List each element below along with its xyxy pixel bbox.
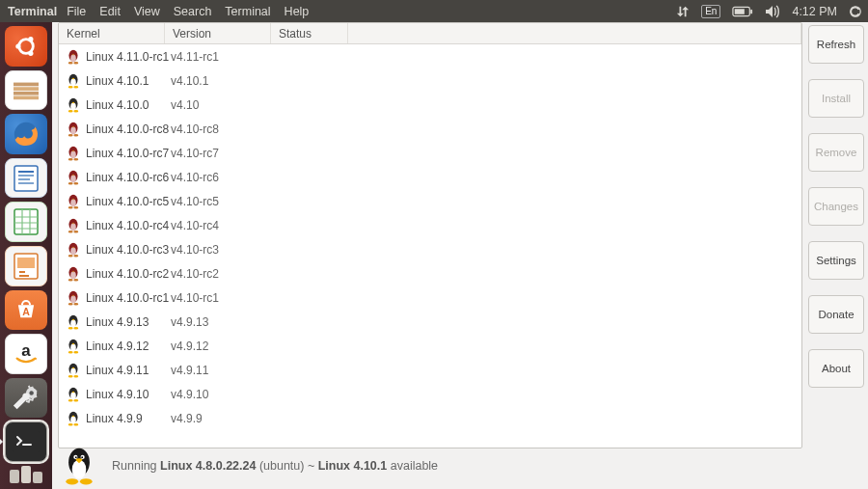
menu-search[interactable]: Search bbox=[174, 5, 212, 18]
settings-button[interactable]: Settings bbox=[808, 241, 864, 280]
svg-point-85 bbox=[70, 392, 76, 399]
tux-stable-icon bbox=[65, 363, 82, 378]
svg-point-79 bbox=[73, 351, 78, 354]
svg-point-97 bbox=[81, 456, 83, 458]
svg-point-26 bbox=[29, 391, 34, 395]
sound-indicator-icon[interactable] bbox=[765, 5, 780, 18]
svg-rect-14 bbox=[18, 171, 34, 173]
svg-point-7 bbox=[28, 50, 33, 55]
svg-point-33 bbox=[70, 78, 76, 86]
menu-view[interactable]: View bbox=[134, 5, 160, 18]
session-indicator-icon[interactable] bbox=[849, 5, 862, 18]
table-row[interactable]: Linux 4.10.0-rc3v4.10-rc3 bbox=[59, 237, 801, 261]
table-row[interactable]: Linux 4.10.0-rc7v4.10-rc7 bbox=[59, 141, 801, 165]
donate-button[interactable]: Donate bbox=[808, 295, 864, 334]
about-button[interactable]: About bbox=[808, 349, 864, 388]
launcher-software[interactable]: A bbox=[5, 290, 47, 331]
kernel-name: Linux 4.10.0-rc5 bbox=[82, 195, 171, 208]
network-indicator-icon[interactable] bbox=[676, 5, 690, 18]
col-header-kernel[interactable]: Kernel bbox=[59, 23, 165, 43]
svg-point-35 bbox=[73, 86, 78, 89]
kernel-name: Linux 4.10.0-rc4 bbox=[82, 219, 171, 232]
svg-point-43 bbox=[73, 134, 78, 137]
svg-point-46 bbox=[68, 158, 73, 161]
table-row[interactable]: Linux 4.10.0v4.10 bbox=[59, 93, 801, 117]
menu-file[interactable]: File bbox=[67, 5, 86, 18]
kernel-table-body[interactable]: Linux 4.11.0-rc1v4.11-rc1 Linux 4.10.1v4… bbox=[59, 44, 801, 448]
table-row[interactable]: Linux 4.11.0-rc1v4.11-rc1 bbox=[59, 44, 801, 68]
launcher-trash-stack[interactable] bbox=[5, 466, 47, 483]
launcher-calc[interactable] bbox=[5, 202, 47, 242]
table-row[interactable]: Linux 4.10.0-rc4v4.10-rc4 bbox=[59, 213, 801, 237]
svg-point-57 bbox=[70, 223, 76, 231]
table-row[interactable]: Linux 4.10.0-rc6v4.10-rc6 bbox=[59, 165, 801, 189]
changes-button[interactable]: Changes bbox=[808, 187, 864, 226]
kernel-version: v4.9.13 bbox=[171, 315, 277, 329]
svg-point-96 bbox=[75, 456, 77, 458]
battery-indicator-icon[interactable] bbox=[732, 6, 753, 17]
menu-terminal[interactable]: Terminal bbox=[225, 5, 270, 18]
kernel-version: v4.10-rc5 bbox=[171, 195, 277, 208]
col-header-version[interactable]: Version bbox=[165, 23, 271, 43]
launcher-dash[interactable] bbox=[5, 26, 47, 67]
svg-point-45 bbox=[70, 150, 76, 158]
svg-point-99 bbox=[80, 478, 93, 484]
svg-rect-18 bbox=[14, 209, 38, 234]
refresh-button[interactable]: Refresh bbox=[808, 25, 864, 64]
kernel-name: Linux 4.10.0 bbox=[82, 98, 171, 112]
svg-point-91 bbox=[73, 423, 78, 426]
svg-point-6 bbox=[28, 37, 33, 41]
svg-rect-8 bbox=[14, 83, 39, 87]
language-indicator[interactable]: En bbox=[701, 5, 720, 18]
table-row[interactable]: Linux 4.10.0-rc1v4.10-rc1 bbox=[59, 285, 801, 310]
launcher-terminal[interactable] bbox=[5, 421, 47, 462]
clock-indicator[interactable]: 4:12 PM bbox=[792, 5, 837, 18]
svg-point-58 bbox=[68, 231, 73, 233]
launcher-firefox[interactable] bbox=[5, 114, 47, 154]
svg-point-61 bbox=[70, 247, 76, 255]
table-row[interactable]: Linux 4.10.1v4.10.1 bbox=[59, 68, 801, 93]
kernel-version: v4.10-rc7 bbox=[171, 147, 277, 160]
install-button[interactable]: Install bbox=[808, 79, 864, 118]
tux-rc-icon bbox=[65, 122, 82, 137]
table-row[interactable]: Linux 4.9.12v4.9.12 bbox=[59, 334, 801, 358]
kernel-version: v4.10-rc1 bbox=[171, 291, 277, 305]
table-row[interactable]: Linux 4.9.9v4.9.9 bbox=[59, 406, 801, 430]
menu-help[interactable]: Help bbox=[285, 5, 310, 18]
remove-button[interactable]: Remove bbox=[808, 133, 864, 172]
col-header-spacer bbox=[348, 23, 801, 43]
svg-point-31 bbox=[73, 62, 78, 65]
kernel-version: v4.10-rc3 bbox=[171, 243, 277, 257]
table-row[interactable]: Linux 4.9.13v4.9.13 bbox=[59, 310, 801, 334]
current-kernel: Linux 4.8.0.22.24 bbox=[160, 459, 256, 473]
col-header-status[interactable]: Status bbox=[271, 23, 348, 43]
kernel-version: v4.9.11 bbox=[171, 364, 277, 377]
table-row[interactable]: Linux 4.9.11v4.9.11 bbox=[59, 358, 801, 382]
ukuu-window: Kernel Version Status Linux 4.11.0-rc1v4… bbox=[52, 22, 868, 489]
svg-point-54 bbox=[68, 206, 73, 209]
launcher-writer[interactable] bbox=[5, 158, 47, 199]
table-row[interactable]: Linux 4.10.0-rc5v4.10-rc5 bbox=[59, 189, 801, 213]
launcher-files[interactable] bbox=[5, 70, 47, 111]
impress-icon bbox=[13, 252, 40, 281]
tux-rc-icon bbox=[65, 218, 82, 233]
svg-point-69 bbox=[70, 295, 76, 303]
table-row[interactable]: Linux 4.9.10v4.9.10 bbox=[59, 382, 801, 406]
table-row[interactable]: Linux 4.10.0-rc8v4.10-rc8 bbox=[59, 117, 801, 141]
svg-point-89 bbox=[70, 416, 76, 423]
launcher-amazon[interactable]: a bbox=[5, 334, 47, 374]
launcher-impress[interactable] bbox=[5, 246, 47, 286]
kernel-name: Linux 4.9.11 bbox=[82, 364, 171, 377]
svg-point-73 bbox=[70, 319, 76, 327]
tux-rc-icon bbox=[65, 170, 82, 185]
firefox-icon bbox=[12, 120, 41, 149]
launcher-settings[interactable] bbox=[5, 378, 47, 419]
terminal-icon bbox=[13, 431, 40, 452]
kernel-name: Linux 4.10.0-rc3 bbox=[82, 243, 171, 257]
table-row[interactable]: Linux 4.10.0-rc2v4.10-rc2 bbox=[59, 261, 801, 285]
menu-edit[interactable]: Edit bbox=[99, 5, 121, 18]
svg-point-71 bbox=[73, 303, 78, 306]
table-header-row: Kernel Version Status bbox=[59, 23, 801, 44]
svg-point-78 bbox=[68, 351, 73, 354]
svg-point-39 bbox=[73, 110, 78, 113]
